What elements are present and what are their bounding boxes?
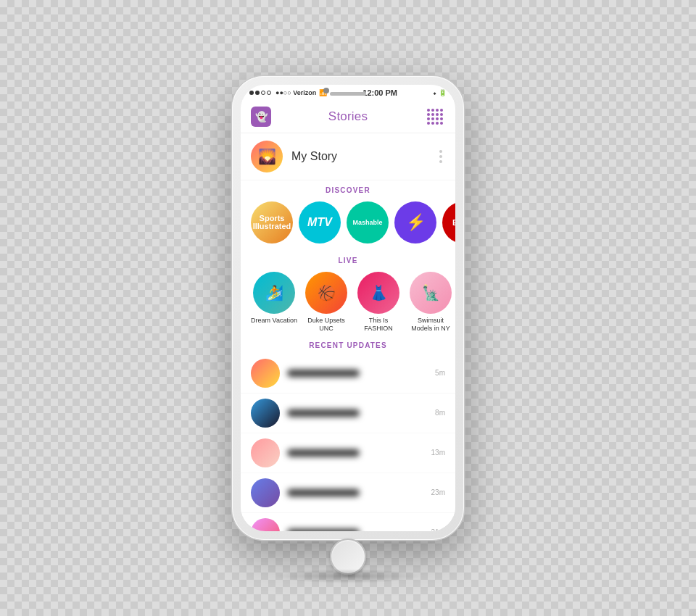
live-label-duke: Duke Upsets UNC: [303, 317, 349, 333]
battery-icon: 🔋: [439, 89, 447, 96]
live-label-vacation: Dream Vacation: [251, 317, 297, 325]
phone-shadow: [276, 569, 420, 583]
recent-avatar-5: [251, 518, 280, 531]
app-content: 🌄 My Story DISCOVER Sports Illustrated: [241, 133, 455, 531]
recent-time-2: 8m: [435, 409, 445, 417]
live-item-duke[interactable]: 🏀 Duke Upsets UNC: [303, 272, 349, 333]
live-circle-vacation: 🏄: [253, 272, 295, 314]
recent-info-3: [287, 449, 431, 457]
status-left: ●●○○ Verizon 📶: [249, 89, 327, 96]
carrier-label: ●●○○ Verizon: [276, 89, 316, 96]
app-title: Stories: [328, 109, 368, 124]
discover-channel-mtv[interactable]: MTV: [299, 201, 341, 244]
recent-item-1[interactable]: 5m: [241, 354, 455, 394]
live-circle-swimsuit: 🗽: [410, 272, 452, 314]
live-item-swimsuit[interactable]: 🗽 Swimsuit Models in NY: [407, 272, 454, 333]
recent-name-blur-2: [287, 409, 360, 417]
mtv-text: MTV: [307, 216, 332, 229]
discover-row: Sports Illustrated MTV Mashable ⚡ ES: [241, 199, 455, 251]
recent-info-4: [287, 489, 431, 496]
discover-channel-si[interactable]: Sports Illustrated: [251, 201, 293, 244]
live-label-swimsuit: Swimsuit Models in NY: [407, 317, 454, 333]
live-circle-fashion: 👗: [357, 272, 399, 314]
dot: [439, 150, 442, 153]
recent-time-1: 5m: [435, 369, 445, 377]
my-story-row[interactable]: 🌄 My Story: [241, 133, 455, 180]
discover-channel-fusion[interactable]: ⚡: [394, 201, 436, 244]
recent-name-blur-4: [287, 489, 360, 496]
recent-updates-label: RECENT UPDATES: [241, 336, 455, 354]
recent-avatar-2: [251, 399, 280, 428]
discover-channel-espn[interactable]: ESPN: [442, 201, 455, 244]
recent-info-5: [287, 529, 431, 531]
recent-item-3[interactable]: 13m: [241, 433, 455, 473]
bluetooth-icon: ⬥: [433, 90, 436, 96]
signal-dot-empty: [261, 91, 265, 95]
status-right: ⬥ 🔋: [433, 89, 447, 96]
phone-screen: ●●○○ Verizon 📶 12:00 PM ⬥ 🔋 👻 Stories: [241, 85, 455, 531]
recent-avatar-1: [251, 359, 280, 388]
recent-item-5[interactable]: 31m: [241, 513, 455, 531]
live-circle-duke: 🏀: [305, 272, 347, 314]
recent-info-2: [287, 409, 435, 417]
ghost-icon: 👻: [255, 111, 268, 122]
more-options[interactable]: [436, 147, 445, 166]
live-label-fashion: This Is FASHION: [355, 317, 402, 333]
live-section-label: LIVE: [241, 251, 455, 269]
recent-time-3: 13m: [431, 449, 445, 457]
mtv-inner: MTV: [299, 201, 341, 244]
recent-time-4: 23m: [431, 488, 445, 496]
dot: [439, 155, 442, 158]
recent-name-blur-3: [287, 449, 360, 457]
live-item-vacation[interactable]: 🏄 Dream Vacation: [251, 272, 297, 333]
dot: [439, 160, 442, 163]
grid-icon: [427, 109, 443, 125]
recent-time-5: 31m: [431, 528, 445, 531]
signal-dot: [249, 91, 254, 95]
my-story-label: My Story: [291, 150, 436, 163]
camera: [323, 88, 329, 93]
live-row: 🏄 Dream Vacation 🏀 Duke Upsets UNC 👗: [241, 269, 455, 336]
my-story-avatar: 🌄: [251, 141, 283, 172]
recent-item-4[interactable]: 23m: [241, 473, 455, 513]
signal-dots: [249, 91, 271, 95]
live-item-fashion[interactable]: 👗 This Is FASHION: [355, 272, 402, 333]
app-header: 👻 Stories: [241, 101, 455, 133]
recent-avatar-4: [251, 478, 280, 507]
recent-info-1: [287, 370, 435, 377]
discover-channel-mashable[interactable]: Mashable: [347, 201, 389, 244]
speaker: [330, 92, 366, 96]
recent-item-2[interactable]: 8m: [241, 394, 455, 433]
signal-dot: [255, 91, 260, 95]
recent-name-blur-5: [287, 529, 360, 531]
grid-button[interactable]: [425, 107, 445, 127]
ghost-button[interactable]: 👻: [251, 107, 271, 127]
signal-dot-empty: [267, 91, 271, 95]
phone-frame: ●●○○ Verizon 📶 12:00 PM ⬥ 🔋 👻 Stories: [232, 76, 464, 540]
status-time: 12:00 PM: [362, 88, 397, 97]
recent-avatar-3: [251, 438, 280, 467]
recent-name-blur-1: [287, 370, 360, 377]
discover-section-label: DISCOVER: [241, 180, 455, 199]
